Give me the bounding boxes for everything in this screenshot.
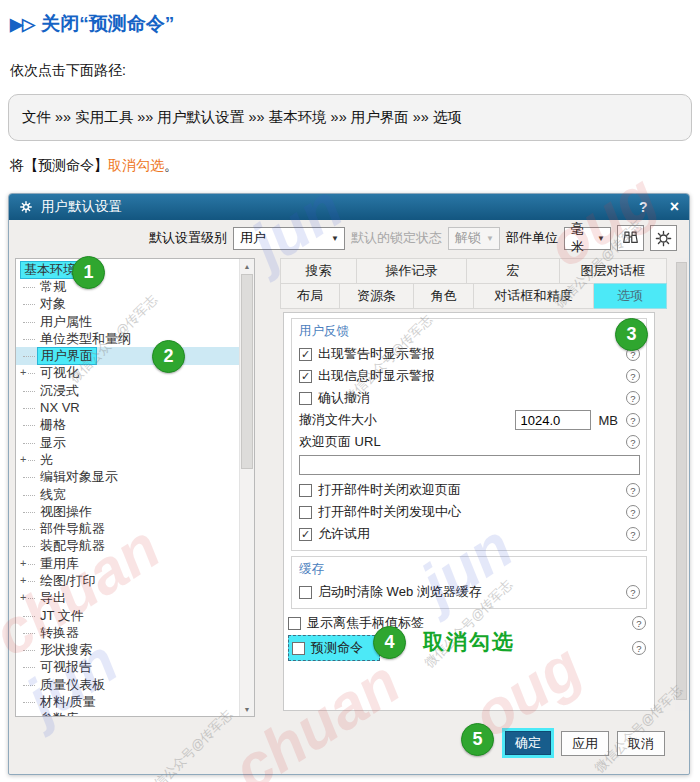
- tab-search[interactable]: 搜索: [280, 258, 357, 284]
- checkbox-label: 启动时清除 Web 浏览器缓存: [318, 583, 482, 601]
- checkbox-close-welcome[interactable]: [299, 484, 312, 497]
- sidebar-item[interactable]: 用户属性: [16, 313, 239, 330]
- help-icon[interactable]: ?: [632, 641, 646, 655]
- checkbox-handle-labels[interactable]: [288, 617, 301, 630]
- find-default-button[interactable]: [617, 225, 644, 251]
- sidebar-item[interactable]: 对象: [16, 296, 239, 313]
- checkbox-label: 打开部件时关闭发现中心: [318, 503, 461, 521]
- instruction-text: 将【预测命令】取消勾选。: [10, 157, 690, 175]
- tab-resource-bar[interactable]: 资源条: [340, 283, 414, 309]
- checkbox-label: 出现信息时显示警报: [318, 367, 435, 385]
- sidebar-item[interactable]: 可视报告: [16, 659, 239, 676]
- tab-journal[interactable]: 操作记录: [357, 258, 467, 284]
- help-icon[interactable]: ?: [626, 413, 640, 427]
- checkbox-close-discovery[interactable]: [299, 506, 312, 519]
- cancel-button[interactable]: 取消: [617, 731, 665, 756]
- sidebar-item[interactable]: 材料/质量: [16, 693, 239, 710]
- tab-dialog-precision[interactable]: 对话框和精度: [474, 283, 594, 309]
- expand-icon[interactable]: +: [19, 593, 27, 604]
- sidebar-item[interactable]: 视图操作: [16, 503, 239, 520]
- breadcrumb: 文件 »» 实用工具 »» 用户默认设置 »» 基本环境 »» 用户界面 »» …: [8, 94, 692, 141]
- sidebar-item[interactable]: +绘图/打印: [16, 572, 239, 589]
- undo-size-input[interactable]: [515, 410, 591, 430]
- sidebar-item[interactable]: 参数库: [16, 711, 239, 717]
- sidebar-item[interactable]: 显示: [16, 434, 239, 451]
- sidebar-item[interactable]: +重用库: [16, 555, 239, 572]
- sidebar-scrollbar[interactable]: ▲ ▼: [239, 259, 254, 716]
- apply-button[interactable]: 应用: [561, 731, 609, 756]
- scrollbar-thumb[interactable]: [676, 262, 687, 700]
- level-label: 默认设置级别: [149, 229, 227, 247]
- sidebar-item-label: 形状搜索: [37, 642, 95, 658]
- sidebar-item[interactable]: +光: [16, 451, 239, 468]
- expand-icon[interactable]: +: [19, 558, 27, 569]
- checkbox-predict-command[interactable]: [292, 642, 305, 655]
- checkbox-clear-web-cache[interactable]: [299, 586, 312, 599]
- dialog-help-button[interactable]: ?: [639, 199, 648, 215]
- user-feedback-group: 用户反馈 ✓ 出现警告时显示警报 ? ✓ 出现信息时显示警报 ? 确认撤消 ? …: [291, 318, 647, 551]
- level-select[interactable]: 用户 ▼: [233, 227, 345, 250]
- checkbox-label: 允许试用: [318, 525, 370, 543]
- tree-list: 基本环境 常规 对象 用户属性 单位类型和量纲 用户界面 +可视化 沉浸式 NX…: [16, 261, 239, 717]
- units-select[interactable]: 毫米 ▼: [564, 227, 611, 250]
- sidebar-item-label: 光: [37, 452, 56, 468]
- sidebar-item[interactable]: 部件导航器: [16, 520, 239, 537]
- sidebar-item[interactable]: NX VR: [16, 399, 239, 416]
- dialog-close-button[interactable]: ×: [670, 198, 679, 216]
- level-value: 用户: [240, 229, 266, 247]
- sidebar-item-user-interface[interactable]: 用户界面: [16, 347, 239, 364]
- sidebar-item[interactable]: 形状搜索: [16, 642, 239, 659]
- scroll-down-icon[interactable]: ▼: [240, 702, 254, 716]
- manage-defaults-button[interactable]: [650, 225, 677, 251]
- binoculars-icon: [621, 229, 640, 248]
- undo-size-unit: MB: [599, 413, 619, 428]
- sidebar-item[interactable]: 装配导航器: [16, 538, 239, 555]
- sidebar-item[interactable]: JT 文件: [16, 607, 239, 624]
- sidebar-item[interactable]: 线宽: [16, 486, 239, 503]
- sidebar-item[interactable]: 单位类型和量纲: [16, 330, 239, 347]
- sidebar-item-label: 用户属性: [37, 314, 95, 330]
- dialog-titlebar[interactable]: 用户默认设置 ? ×: [9, 194, 689, 220]
- expand-icon[interactable]: +: [19, 454, 27, 465]
- sidebar-item[interactable]: 编辑对象显示: [16, 469, 239, 486]
- sidebar-item[interactable]: +可视化: [16, 365, 239, 382]
- help-icon[interactable]: ?: [626, 527, 640, 541]
- sidebar-item[interactable]: 基本环境: [16, 261, 239, 278]
- content-scrollbar[interactable]: [675, 258, 688, 711]
- checkbox-row-allow-trial: ✓ 允许试用 ?: [299, 523, 640, 545]
- ok-button[interactable]: 确定: [505, 731, 551, 755]
- tab-roles[interactable]: 角色: [414, 283, 474, 309]
- tab-layout[interactable]: 布局: [280, 283, 340, 309]
- expand-icon[interactable]: +: [19, 368, 27, 379]
- help-icon[interactable]: ?: [626, 585, 640, 599]
- help-icon[interactable]: ?: [632, 616, 646, 630]
- sidebar-item[interactable]: 质量仪表板: [16, 676, 239, 693]
- help-icon[interactable]: ?: [626, 391, 640, 405]
- checkbox-confirm-undo[interactable]: [299, 392, 312, 405]
- scrollbar-thumb[interactable]: [241, 274, 253, 469]
- welcome-url-input[interactable]: [299, 455, 640, 475]
- sidebar-item[interactable]: 转换器: [16, 624, 239, 641]
- scroll-up-icon[interactable]: ▲: [240, 259, 254, 273]
- expand-icon[interactable]: +: [19, 575, 27, 586]
- sidebar-item[interactable]: +导出: [16, 590, 239, 607]
- checkbox-label: 显示离焦手柄值标签: [307, 614, 424, 632]
- sidebar-item-label: 质量仪表板: [37, 677, 108, 693]
- checkbox-allow-trial[interactable]: ✓: [299, 528, 312, 541]
- sidebar-item[interactable]: 沉浸式: [16, 382, 239, 399]
- help-icon[interactable]: ?: [626, 369, 640, 383]
- sidebar-item[interactable]: 常规: [16, 278, 239, 295]
- help-icon[interactable]: ?: [626, 435, 640, 449]
- tab-options[interactable]: 选项: [594, 283, 667, 309]
- heading-arrows-icon: ▶▷: [10, 15, 34, 34]
- tab-macro[interactable]: 宏: [467, 258, 560, 284]
- help-icon[interactable]: ?: [626, 505, 640, 519]
- checkbox-info-alert[interactable]: ✓: [299, 370, 312, 383]
- sidebar-item[interactable]: 栅格: [16, 417, 239, 434]
- sidebar-item-label: 绘图/打印: [37, 573, 99, 589]
- dialog-toolbar: 默认设置级别 用户 ▼ 默认的锁定状态 解锁 ▼ 部件单位 毫米 ▼: [149, 225, 677, 251]
- ok-button-highlight: 确定: [502, 728, 554, 758]
- tab-layer-dialog[interactable]: 图层对话框: [560, 258, 667, 284]
- help-icon[interactable]: ?: [626, 483, 640, 497]
- checkbox-warning-alert[interactable]: ✓: [299, 348, 312, 361]
